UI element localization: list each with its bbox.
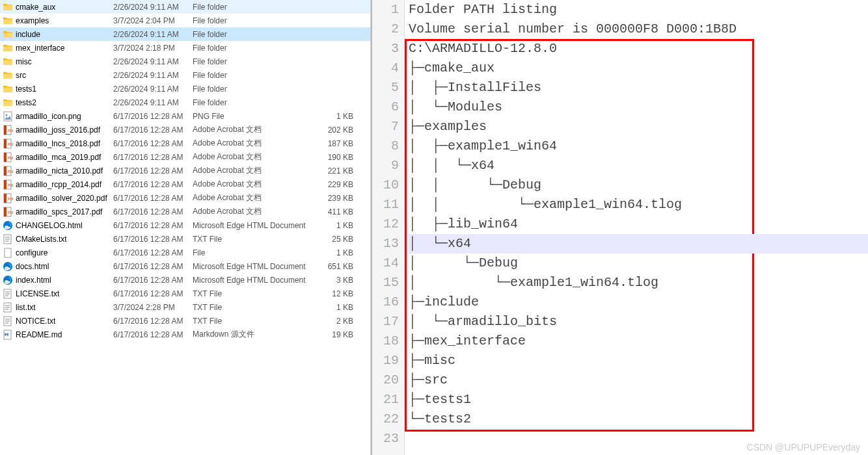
file-type: File folder: [193, 44, 319, 53]
file-size: 3 KB: [319, 276, 359, 285]
code-line[interactable]: ├─tests1: [409, 390, 868, 410]
line-number: 11: [372, 195, 399, 214]
file-explorer-panel[interactable]: cmake_aux2/26/2024 9:11 AMFile folderexa…: [0, 0, 371, 455]
line-number: 12: [372, 214, 399, 234]
folder-icon: [3, 2, 13, 12]
file-date: 6/17/2016 12:28 AM: [113, 207, 193, 216]
file-row[interactable]: CHANGELOG.html6/17/2016 12:28 AMMicrosof…: [0, 218, 370, 232]
file-date: 6/17/2016 12:28 AM: [113, 180, 193, 189]
svg-text:PDF: PDF: [8, 183, 13, 187]
code-line[interactable]: │ │ └─x64: [409, 156, 868, 176]
file-type: File folder: [193, 16, 319, 25]
file-row[interactable]: include2/26/2024 9:11 AMFile folder: [0, 27, 370, 41]
file-type: Microsoft Edge HTML Document: [193, 276, 319, 285]
file-size: 239 KB: [319, 194, 359, 203]
code-area[interactable]: Folder PATH listingVolume serial number …: [405, 0, 868, 455]
file-size: 19 KB: [319, 330, 359, 339]
code-line[interactable]: │ ├─example1_win64: [409, 136, 868, 156]
code-line[interactable]: │ ├─InstallFiles: [409, 78, 868, 98]
file-size: 1 KB: [319, 248, 359, 257]
svg-rect-3: [4, 125, 7, 135]
line-number: 9: [372, 156, 399, 176]
code-line[interactable]: ├─misc: [409, 351, 868, 370]
file-row[interactable]: PDFarmadillo_lncs_2018.pdf6/17/2016 12:2…: [0, 136, 370, 150]
file-row[interactable]: armadillo_icon.png6/17/2016 12:28 AMPNG …: [0, 109, 370, 123]
line-number: 15: [372, 273, 399, 292]
file-type: Microsoft Edge HTML Document: [193, 221, 319, 230]
code-line[interactable]: ├─cmake_aux: [409, 58, 868, 78]
code-line[interactable]: └─tests2: [409, 410, 868, 429]
file-row[interactable]: PDFarmadillo_joss_2016.pdf6/17/2016 12:2…: [0, 123, 370, 136]
file-type: TXT File: [193, 317, 319, 326]
code-line[interactable]: │ └─x64: [409, 234, 868, 254]
file-row[interactable]: tests22/26/2024 9:11 AMFile folder: [0, 96, 370, 109]
file-type: File: [193, 248, 319, 257]
svg-point-1: [6, 114, 8, 116]
file-row[interactable]: list.txt3/7/2024 2:28 PMTXT File1 KB: [0, 300, 370, 314]
code-line[interactable]: Folder PATH listing: [409, 0, 868, 20]
file-row[interactable]: src2/26/2024 9:11 AMFile folder: [0, 68, 370, 82]
svg-text:PDF: PDF: [8, 197, 13, 201]
file-size: 1 KB: [319, 303, 359, 312]
md-icon: [3, 330, 13, 340]
line-number: 19: [372, 351, 399, 370]
text-editor-panel[interactable]: 1234567891011121314151617181920212223 Fo…: [371, 0, 868, 455]
file-row[interactable]: PDFarmadillo_mca_2019.pdf6/17/2016 12:28…: [0, 150, 370, 164]
file-type: File folder: [193, 98, 319, 107]
code-line[interactable]: │ │ └─example1_win64.tlog: [409, 195, 868, 214]
code-line[interactable]: │ └─Debug: [409, 254, 868, 273]
svg-rect-6: [4, 139, 7, 148]
file-date: 6/17/2016 12:28 AM: [113, 112, 193, 121]
file-row[interactable]: configure6/17/2016 12:28 AMFile1 KB: [0, 246, 370, 259]
svg-rect-12: [4, 166, 7, 176]
file-name: LICENSE.txt: [16, 289, 59, 298]
svg-rect-18: [4, 194, 7, 203]
file-name: armadillo_joss_2016.pdf: [16, 125, 100, 135]
file-size: 190 KB: [319, 153, 359, 162]
file-row[interactable]: cmake_aux2/26/2024 9:11 AMFile folder: [0, 0, 370, 14]
file-name: tests1: [16, 84, 36, 94]
folder-icon: [3, 16, 13, 26]
file-row[interactable]: NOTICE.txt6/17/2016 12:28 AMTXT File2 KB: [0, 314, 370, 328]
file-type: TXT File: [193, 289, 319, 298]
file-row[interactable]: README.md6/17/2016 12:28 AMMarkdown 源文件1…: [0, 328, 370, 341]
file-type: Microsoft Edge HTML Document: [193, 262, 319, 271]
file-row[interactable]: PDFarmadillo_solver_2020.pdf6/17/2016 12…: [0, 191, 370, 205]
code-line[interactable]: │ └─Modules: [409, 98, 868, 117]
file-row[interactable]: PDFarmadillo_spcs_2017.pdf6/17/2016 12:2…: [0, 205, 370, 218]
code-line[interactable]: ├─examples: [409, 117, 868, 136]
file-type: PNG File: [193, 112, 319, 121]
file-name: examples: [16, 16, 49, 25]
file-type: Adobe Acrobat 文档: [193, 151, 319, 162]
line-number: 6: [372, 98, 399, 117]
file-row[interactable]: LICENSE.txt6/17/2016 12:28 AMTXT File12 …: [0, 287, 370, 300]
file-date: 6/17/2016 12:28 AM: [113, 330, 193, 339]
file-size: 25 KB: [319, 235, 359, 244]
code-line[interactable]: │ └─armadillo_bits: [409, 312, 868, 332]
code-line[interactable]: ├─src: [409, 370, 868, 390]
file-type: Adobe Acrobat 文档: [193, 165, 319, 176]
file-date: 2/26/2024 9:11 AM: [113, 3, 193, 12]
file-size: 187 KB: [319, 139, 359, 148]
file-row[interactable]: docs.html6/17/2016 12:28 AMMicrosoft Edg…: [0, 259, 370, 273]
edge-icon: [3, 275, 13, 285]
file-row[interactable]: PDFarmadillo_rcpp_2014.pdf6/17/2016 12:2…: [0, 177, 370, 191]
file-name: armadillo_mca_2019.pdf: [16, 153, 101, 162]
code-line[interactable]: │ ├─lib_win64: [409, 214, 868, 234]
file-row[interactable]: mex_interface3/7/2024 2:18 PMFile folder: [0, 41, 370, 55]
file-row[interactable]: tests12/26/2024 9:11 AMFile folder: [0, 82, 370, 96]
code-line[interactable]: Volume serial number is 000000F8 D000:1B…: [409, 20, 868, 39]
file-size: 12 KB: [319, 289, 359, 298]
file-row[interactable]: examples3/7/2024 2:04 PMFile folder: [0, 14, 370, 27]
code-line[interactable]: │ │ └─Debug: [409, 176, 868, 195]
file-type: Adobe Acrobat 文档: [193, 179, 319, 190]
code-line[interactable]: │ └─example1_win64.tlog: [409, 273, 868, 292]
code-line[interactable]: ├─include: [409, 292, 868, 312]
file-row[interactable]: PDFarmadillo_nicta_2010.pdf6/17/2016 12:…: [0, 164, 370, 177]
file-row[interactable]: misc2/26/2024 9:11 AMFile folder: [0, 55, 370, 68]
code-line[interactable]: C:\ARMADILLO-12.8.0: [409, 39, 868, 58]
file-row[interactable]: CMakeLists.txt6/17/2016 12:28 AMTXT File…: [0, 232, 370, 246]
code-line[interactable]: ├─mex_interface: [409, 332, 868, 351]
file-row[interactable]: index.html6/17/2016 12:28 AMMicrosoft Ed…: [0, 273, 370, 287]
file-name: armadillo_spcs_2017.pdf: [16, 207, 102, 216]
